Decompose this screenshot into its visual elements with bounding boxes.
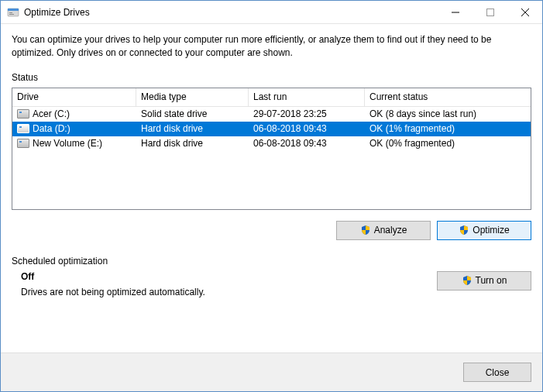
drives-body: Acer (C:)Solid state drive29-07-2018 23:… [12,107,531,151]
drive-status: OK (0% fragmented) [365,136,531,151]
column-header-status[interactable]: Current status [365,88,531,106]
shield-icon [459,225,469,236]
column-header-drive[interactable]: Drive [12,88,136,106]
turn-on-label: Turn on [476,275,507,286]
drive-name: New Volume (E:) [33,138,102,149]
table-row[interactable]: Acer (C:)Solid state drive29-07-2018 23:… [12,107,531,122]
app-icon [7,6,19,19]
shield-icon [360,225,371,236]
drive-status: OK (8 days since last run) [365,107,531,122]
analyze-label: Analyze [374,225,407,236]
drive-lastrun: 06-08-2018 09:43 [249,122,365,136]
status-label: Status [12,72,531,83]
drives-list: Drive Media type Last run Current status… [12,88,531,210]
scheduled-state: Off [21,271,429,282]
close-label: Close [486,367,510,378]
drive-icon [17,109,29,119]
maximize-button[interactable] [473,1,507,24]
drive-media: Hard disk drive [136,136,249,151]
svg-rect-1 [8,9,19,11]
drive-lastrun: 06-08-2018 09:43 [249,136,365,151]
scheduled-detail: Drives are not being optimized automatic… [21,287,429,297]
turn-on-button[interactable]: Turn on [437,271,531,291]
shield-icon [462,275,473,286]
window-title: Optimize Drives [24,7,90,18]
drive-actions: Analyze Optimize [12,221,531,240]
drive-icon [17,124,29,133]
content-area: You can optimize your drives to help you… [1,24,542,352]
intro-text: You can optimize your drives to help you… [12,33,531,60]
svg-rect-4 [486,9,493,15]
scheduled-section: Scheduled optimization Off Drives are no… [12,256,531,297]
drive-media: Hard disk drive [136,122,249,136]
footer: Close [1,352,542,391]
analyze-button[interactable]: Analyze [336,221,431,240]
drive-status: OK (1% fragmented) [365,122,531,136]
svg-rect-2 [9,12,12,13]
drive-lastrun: 29-07-2018 23:25 [249,107,365,122]
drive-name: Acer (C:) [33,108,70,119]
titlebar: Optimize Drives [1,1,542,24]
svg-rect-3 [9,14,14,15]
drive-icon [17,139,29,148]
column-header-media[interactable]: Media type [136,88,249,106]
minimize-button[interactable] [438,1,473,24]
scheduled-label: Scheduled optimization [12,256,531,266]
column-header-lastrun[interactable]: Last run [249,88,365,106]
table-row[interactable]: New Volume (E:)Hard disk drive06-08-2018… [12,136,531,151]
drives-header: Drive Media type Last run Current status [12,88,531,107]
drive-media: Solid state drive [136,107,249,122]
optimize-label: Optimize [473,225,509,236]
optimize-button[interactable]: Optimize [437,221,531,240]
close-button[interactable] [507,1,542,24]
close-dialog-button[interactable]: Close [463,363,531,382]
table-row[interactable]: Data (D:)Hard disk drive06-08-2018 09:43… [12,122,531,136]
drive-name: Data (D:) [33,123,70,134]
